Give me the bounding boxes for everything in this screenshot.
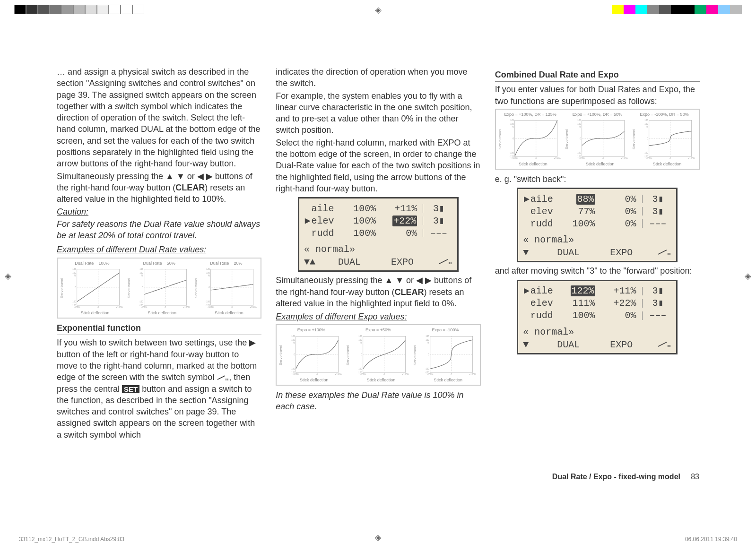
chart-cell: Dual Rate = 50%Servo travel1251000-100-1… bbox=[127, 260, 192, 316]
col1-paragraph-1: … and assign a physical switch as descri… bbox=[57, 66, 261, 170]
registration-mark-bottom: ◈ bbox=[375, 532, 382, 543]
svg-text:-100%: -100% bbox=[646, 157, 652, 160]
column-3: Combined Dual Rate and Expo If you enter… bbox=[495, 66, 700, 441]
lcd-screen-1: aile100%+11%3▮▶elev100%+22%3▮ rudd100%0%… bbox=[298, 197, 459, 272]
lcd-row: elev77%0%3▮ bbox=[518, 205, 676, 217]
svg-text:0: 0 bbox=[361, 353, 362, 355]
column-2: indicates the direction of operation whe… bbox=[276, 66, 480, 441]
lcd-row: aile100%+11%3▮ bbox=[299, 202, 457, 215]
svg-text:0: 0 bbox=[451, 373, 452, 376]
svg-text:%: % bbox=[646, 126, 648, 128]
expo-paragraph: If you wish to switch between two settin… bbox=[57, 337, 261, 440]
combined-heading: Combined Dual Rate and Expo bbox=[495, 69, 700, 82]
svg-text:-100: -100 bbox=[139, 301, 143, 303]
svg-text:-100: -100 bbox=[358, 368, 363, 370]
printer-file: 33112_mx12_HoTT_2_GB.indd Abs29:83 bbox=[19, 536, 124, 543]
color-bar-left bbox=[14, 5, 144, 14]
svg-text:%: % bbox=[141, 275, 143, 277]
combined-graphs: Expo = +100%, DR = 125%Servo travel12510… bbox=[495, 109, 700, 170]
lcd-row: rudd100%0%––– bbox=[518, 217, 676, 230]
col1-paragraph-2: Simultaneously pressing the ▲ ▼ or ◀ ▶ b… bbox=[57, 171, 261, 205]
lcd-screen-2: ▶aile88%0%3▮ elev77%0%3▮ rudd100%0%–––« … bbox=[517, 188, 678, 262]
registration-mark-left: ◈ bbox=[5, 271, 11, 281]
clear-label: CLEAR bbox=[175, 183, 205, 192]
svg-text:-100%: -100% bbox=[360, 373, 366, 376]
svg-text:0: 0 bbox=[580, 138, 582, 140]
col2-p1: indicates the direction of operation whe… bbox=[276, 66, 480, 89]
svg-text:125: 125 bbox=[358, 335, 362, 337]
svg-text:100: 100 bbox=[207, 272, 210, 274]
chart-cell: Dual Rate = 20%Servo travel1251000-100-1… bbox=[194, 260, 259, 316]
color-bar-right bbox=[612, 5, 742, 14]
lcd-row: rudd100%0%––– bbox=[518, 310, 676, 322]
svg-text:0: 0 bbox=[209, 286, 210, 288]
page-content: … and assign a physical switch as descri… bbox=[57, 66, 700, 441]
col2-p2: For example, the system enables you to f… bbox=[276, 90, 480, 136]
svg-text:125: 125 bbox=[139, 268, 143, 270]
chart-cell: Expo = +100%Servo travel1251000-100-125%… bbox=[278, 327, 344, 382]
svg-text:+100%: +100% bbox=[469, 373, 476, 376]
svg-text:125: 125 bbox=[72, 268, 76, 270]
svg-text:0: 0 bbox=[383, 373, 385, 376]
chart-cell: Expo = +100%, DR = 50%Servo travel125100… bbox=[565, 112, 630, 167]
svg-text:+100%: +100% bbox=[688, 157, 695, 160]
clear-label-2: CLEAR bbox=[394, 287, 424, 297]
svg-text:100: 100 bbox=[511, 123, 514, 125]
chart-cell: Dual Rate = 100%Servo travel1251000-100-… bbox=[60, 260, 125, 316]
svg-text:0: 0 bbox=[75, 286, 76, 288]
expo-heading: Exponential function bbox=[57, 322, 261, 335]
svg-text:-100%: -100% bbox=[512, 157, 518, 160]
col3-p-after: and after moving switch "3" to the "forw… bbox=[495, 265, 700, 276]
svg-text:0: 0 bbox=[513, 138, 514, 140]
svg-text:100: 100 bbox=[139, 272, 143, 274]
svg-text:-100: -100 bbox=[510, 152, 514, 154]
svg-text:+100%: +100% bbox=[554, 157, 561, 160]
svg-text:0: 0 bbox=[647, 138, 648, 140]
svg-text:+100%: +100% bbox=[250, 306, 257, 309]
lcd-screen-3: ▶aile122%+11%3▮ elev111%+22%3▮ rudd100%0… bbox=[517, 280, 678, 354]
lcd-row: rudd100%0%––– bbox=[299, 227, 457, 239]
svg-text:-100: -100 bbox=[72, 301, 77, 303]
svg-text:100: 100 bbox=[578, 123, 582, 125]
svg-text:+100%: +100% bbox=[621, 157, 628, 160]
svg-text:-100%: -100% bbox=[141, 306, 147, 309]
page-number: 83 bbox=[691, 473, 699, 481]
footer-title: Dual Rate / Expo - fixed-wing model bbox=[552, 473, 680, 481]
svg-text:0: 0 bbox=[317, 373, 318, 376]
svg-text:100: 100 bbox=[426, 339, 429, 341]
svg-text:0: 0 bbox=[536, 157, 537, 160]
svg-text:125: 125 bbox=[426, 335, 429, 337]
page-footer: Dual Rate / Expo - fixed-wing model 83 bbox=[552, 473, 699, 481]
lcd-row: ▶elev100%+22%3▮ bbox=[299, 215, 457, 227]
svg-text:100: 100 bbox=[358, 339, 362, 341]
svg-text:0: 0 bbox=[428, 353, 429, 355]
svg-text:-100%: -100% bbox=[293, 373, 299, 376]
svg-text:0: 0 bbox=[165, 306, 166, 309]
svg-text:100: 100 bbox=[644, 123, 648, 125]
svg-text:125: 125 bbox=[644, 119, 648, 121]
svg-text:-100%: -100% bbox=[579, 157, 585, 160]
lcd-row: ▶aile122%+11%3▮ bbox=[518, 285, 676, 297]
svg-text:0: 0 bbox=[603, 157, 604, 160]
svg-text:125: 125 bbox=[207, 268, 210, 270]
svg-text:-100%: -100% bbox=[74, 306, 80, 309]
svg-text:0: 0 bbox=[669, 157, 671, 160]
expo-graphs: Expo = +100%Servo travel1251000-100-125%… bbox=[276, 324, 480, 385]
svg-text:125: 125 bbox=[578, 119, 582, 121]
svg-text:-100%: -100% bbox=[427, 373, 433, 376]
svg-text:+100%: +100% bbox=[335, 373, 342, 376]
svg-text:0: 0 bbox=[232, 306, 233, 309]
caution-body: For safety reasons the Dual Rate value s… bbox=[57, 218, 261, 242]
printer-date: 06.06.2011 19:39:40 bbox=[685, 536, 737, 543]
registration-mark-top: ◈ bbox=[375, 5, 382, 15]
svg-text:%: % bbox=[360, 341, 362, 344]
svg-text:%: % bbox=[512, 126, 514, 128]
set-button-label: SET bbox=[122, 385, 139, 393]
svg-text:+100%: +100% bbox=[402, 373, 409, 376]
svg-text:0: 0 bbox=[294, 353, 295, 355]
switch-symbol-icon bbox=[217, 375, 229, 380]
chart-cell: Expo = -100%Servo travel1251000-100-125%… bbox=[413, 327, 478, 382]
svg-text:-100: -100 bbox=[425, 368, 430, 370]
col3-eg: e. g. "switch back": bbox=[495, 173, 700, 185]
svg-text:%: % bbox=[74, 275, 76, 277]
